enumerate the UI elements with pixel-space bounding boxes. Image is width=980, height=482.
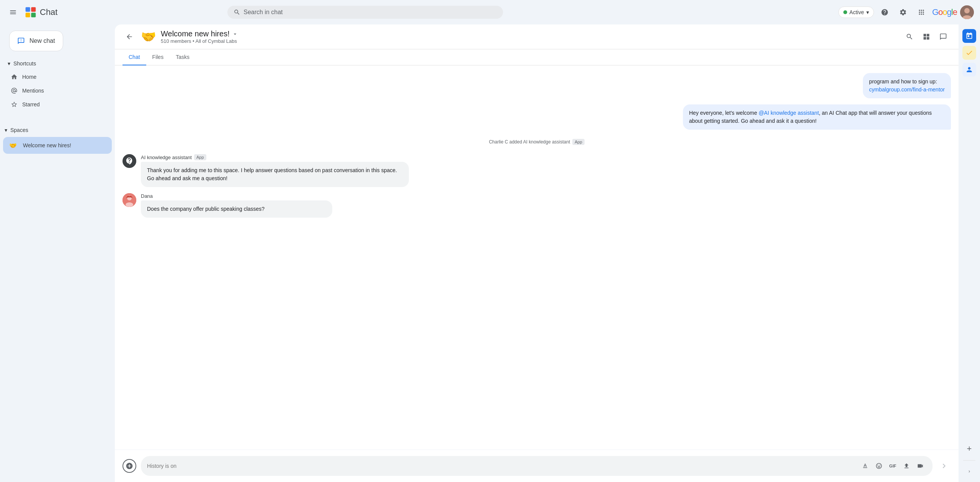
settings-button[interactable] (895, 5, 911, 20)
svg-rect-1 (31, 7, 36, 12)
ai-bubble: Thank you for adding me to this space. I… (141, 162, 409, 187)
calendar-button[interactable] (962, 29, 976, 43)
chat-header-info: Welcome new hires! 510 members • All of … (161, 29, 897, 44)
system-message: Charlie C added AI knowledge assistant A… (122, 136, 951, 148)
sidebar-item-mentions[interactable]: Mentions (5, 84, 110, 97)
ai-message: AI knowledge assistant App Thank you for… (122, 154, 951, 187)
ai-message-content: AI knowledge assistant App Thank you for… (141, 154, 951, 187)
active-chevron: ▾ (866, 9, 869, 15)
apps-button[interactable] (914, 5, 929, 20)
system-text: Charlie C added AI knowledge assistant (489, 139, 570, 145)
tab-chat[interactable]: Chat (122, 49, 146, 65)
right-sidebar: + › (959, 24, 980, 482)
svg-rect-2 (26, 13, 30, 17)
sidebar-item-home[interactable]: Home (5, 70, 110, 83)
user-message-content: Dana Does the company offer public speak… (141, 193, 951, 218)
active-status-badge[interactable]: Active ▾ (838, 7, 874, 18)
ai-avatar (122, 154, 136, 168)
add-attachment-button[interactable] (122, 459, 136, 473)
user-bubble: Does the company offer public speaking c… (141, 200, 332, 218)
right-sidebar-divider (963, 460, 975, 461)
add-app-button[interactable]: + (962, 442, 976, 456)
messages-container: program and how to sign up: cymbalgroup.… (115, 65, 959, 449)
chat-header: 🤝 Welcome new hires! 510 members • All o… (115, 24, 959, 49)
text-input-wrapper[interactable]: GIF (141, 456, 933, 476)
input-actions: GIF (859, 460, 926, 472)
message-row-right-2: Hey everyone, let's welcome @AI knowledg… (122, 104, 951, 130)
shortcuts-chevron: ▾ (8, 60, 10, 67)
svg-point-5 (964, 8, 970, 13)
shortcuts-header[interactable]: ▾ Shortcuts (3, 57, 112, 70)
bubble-text-1: program and how to sign up: cymbalgroup.… (863, 73, 951, 98)
send-button[interactable] (937, 459, 951, 473)
spaces-label: Spaces (10, 127, 28, 133)
message-bubble-right-1: program and how to sign up: cymbalgroup.… (863, 73, 951, 98)
expand-button[interactable]: › (963, 465, 975, 477)
sidebar: New chat ▾ Shortcuts Home Mentions (0, 24, 115, 482)
title-dropdown-icon (232, 31, 238, 37)
chat-panel-button[interactable] (919, 29, 934, 44)
emoji-button[interactable] (873, 460, 885, 472)
home-label: Home (22, 74, 36, 80)
main-layout: New chat ▾ Shortcuts Home Mentions (0, 24, 980, 482)
search-placeholder: Search in chat (243, 9, 283, 16)
google-logo: Google (932, 7, 957, 17)
search-bar[interactable]: Search in chat (227, 6, 503, 19)
tasks-icon (965, 49, 973, 57)
chat-header-actions (902, 29, 951, 44)
message-row-right-1: program and how to sign up: cymbalgroup.… (122, 73, 951, 98)
app-badge-system: App (572, 139, 585, 145)
tab-tasks[interactable]: Tasks (170, 49, 196, 65)
space-emoji: 🤝 (8, 140, 18, 151)
ai-sender: AI knowledge assistant App (141, 154, 951, 160)
new-chat-button[interactable]: New chat (9, 31, 63, 51)
home-icon (11, 73, 18, 80)
tasks-button[interactable] (962, 46, 976, 60)
active-label: Active (849, 9, 864, 15)
video-call-button[interactable] (914, 460, 926, 472)
sidebar-top-section: New chat ▾ Shortcuts Home Mentions (0, 28, 115, 112)
svg-point-9 (126, 202, 133, 207)
ai-mention-link[interactable]: @AI knowledge assistant (759, 110, 819, 116)
app-logo[interactable]: Chat (24, 6, 57, 18)
message-input[interactable] (147, 463, 856, 469)
shortcuts-label: Shortcuts (13, 60, 36, 67)
user-avatar-dana (122, 193, 136, 207)
chat-search-button[interactable] (902, 29, 917, 44)
user-sender-name: Dana (141, 193, 951, 199)
chat-title[interactable]: Welcome new hires! (161, 29, 897, 38)
back-button[interactable] (122, 30, 136, 44)
new-chat-label: New chat (29, 37, 55, 44)
active-dot (843, 10, 847, 14)
sidebar-item-starred[interactable]: Starred (5, 98, 110, 111)
user-message: Dana Does the company offer public speak… (122, 193, 951, 218)
upload-button[interactable] (900, 460, 913, 472)
app-title: Chat (40, 7, 57, 17)
spaces-section: ▾ Spaces 🤝 Welcome new hires! (0, 121, 115, 155)
bubble-text-2: Hey everyone, let's welcome @AI knowledg… (683, 104, 951, 130)
contacts-button[interactable] (962, 63, 976, 77)
hamburger-button[interactable] (6, 5, 20, 19)
format-text-button[interactable] (859, 460, 871, 472)
mentions-label: Mentions (22, 88, 44, 94)
spaces-header[interactable]: ▾ Spaces (0, 124, 115, 136)
tab-files[interactable]: Files (146, 49, 170, 65)
mentions-icon (11, 87, 18, 94)
chat-tabs: Chat Files Tasks (115, 49, 959, 65)
chat-emoji: 🤝 (141, 29, 156, 44)
help-button[interactable] (877, 5, 892, 20)
chat-area: 🤝 Welcome new hires! 510 members • All o… (115, 24, 959, 482)
mentor-link[interactable]: cymbalgroup.com/find-a-mentor (869, 86, 945, 93)
gif-button[interactable]: GIF (887, 460, 899, 472)
new-chat-icon (17, 37, 25, 45)
user-avatar[interactable] (960, 5, 974, 19)
chat-subtitle: 510 members • All of Cymbal Labs (161, 38, 897, 44)
top-header: Chat Search in chat Active ▾ (0, 0, 980, 24)
contacts-icon (965, 66, 973, 73)
app-badge-ai: App (194, 154, 206, 160)
space-item-welcome[interactable]: 🤝 Welcome new hires! (3, 137, 112, 154)
chat-thread-button[interactable] (936, 29, 951, 44)
spaces-chevron: ▾ (5, 127, 7, 133)
starred-icon (11, 101, 18, 108)
input-area: GIF (115, 449, 959, 482)
